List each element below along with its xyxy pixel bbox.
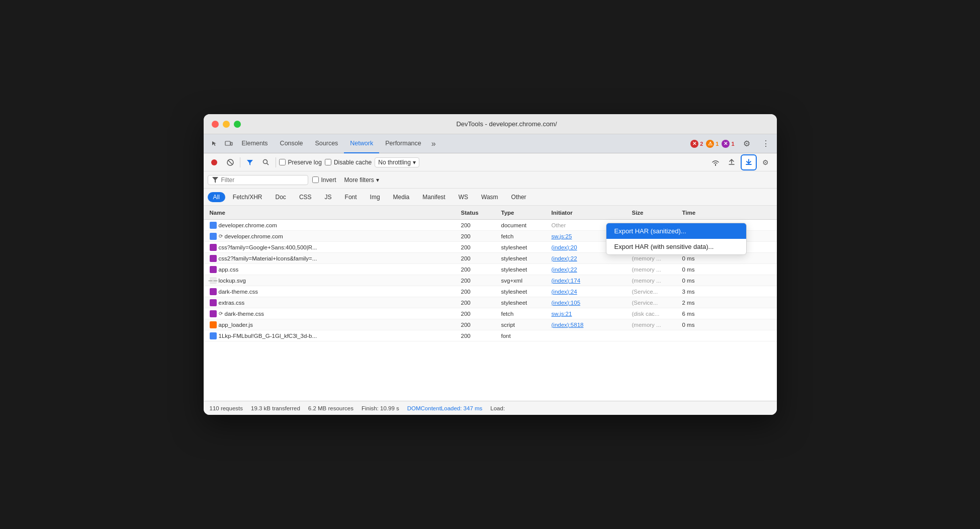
network-toolbar: Preserve log Disable cache No throttling… <box>204 153 777 171</box>
settings-button[interactable]: ⚙ <box>740 137 754 151</box>
row-status: 200 <box>459 222 499 228</box>
maximize-button[interactable] <box>234 121 241 128</box>
css-icon <box>210 288 217 295</box>
close-button[interactable] <box>212 121 219 128</box>
row-time: 6 ms <box>680 311 721 317</box>
col-initiator[interactable]: Initiator <box>550 210 630 216</box>
export-har-button[interactable] <box>741 154 757 170</box>
tab-performance[interactable]: Performance <box>379 134 427 153</box>
disable-cache-input[interactable] <box>325 159 331 165</box>
row-name: developer.chrome.com <box>208 222 459 229</box>
network-settings-button[interactable]: ⚙ <box>759 155 773 169</box>
more-filters-button[interactable]: More filters ▾ <box>340 175 383 185</box>
svg-icon: — — <box>210 277 217 284</box>
row-name: ⟳ dark-theme.css <box>208 310 459 317</box>
tab-sources[interactable]: Sources <box>309 134 344 153</box>
clear-button[interactable] <box>224 156 237 169</box>
row-name: extras.css <box>208 299 459 306</box>
col-status[interactable]: Status <box>459 210 499 216</box>
row-status: 200 <box>459 311 499 317</box>
svg-marker-8 <box>212 177 218 183</box>
row-initiator[interactable]: sw.js:21 <box>550 311 630 317</box>
invert-checkbox[interactable]: Invert <box>312 177 336 184</box>
issue-icon: ✕ <box>722 140 730 148</box>
row-name: 1Lkp-FMLbul!GB_G-1Gl_kfC3l_3d-b... <box>208 332 459 339</box>
row-type: stylesheet <box>499 300 550 306</box>
throttle-select[interactable]: No throttling ▾ <box>375 157 419 167</box>
preserve-log-input[interactable] <box>279 159 286 165</box>
row-type: stylesheet <box>499 255 550 261</box>
minimize-button[interactable] <box>223 121 230 128</box>
export-dropdown: Export HAR (sanitized)... Export HAR (wi… <box>606 223 747 255</box>
row-initiator[interactable]: (index):5818 <box>550 322 630 328</box>
type-filter-manifest[interactable]: Manifest <box>417 192 451 202</box>
search-button[interactable] <box>259 156 273 169</box>
svg-marker-5 <box>247 160 253 165</box>
export-har-sanitized-item[interactable]: Export HAR (sanitized)... <box>606 223 746 239</box>
sync-icon: ⟳ <box>219 233 223 239</box>
cursor-icon[interactable] <box>208 137 222 151</box>
tab-elements[interactable]: Elements <box>236 134 274 153</box>
row-status: 200 <box>459 255 499 261</box>
type-filter-font[interactable]: Font <box>339 192 363 202</box>
row-type: font <box>499 333 550 339</box>
type-filter-wasm[interactable]: Wasm <box>476 192 504 202</box>
tab-console[interactable]: Console <box>274 134 309 153</box>
row-time: 0 ms <box>680 278 721 284</box>
row-initiator[interactable]: (index):24 <box>550 289 630 295</box>
load-label: Load: <box>490 405 505 411</box>
row-initiator[interactable]: (index):22 <box>550 267 630 273</box>
row-status: 200 <box>459 322 499 328</box>
type-filter-media[interactable]: Media <box>388 192 415 202</box>
row-size: (Service... <box>630 289 680 295</box>
table-row[interactable]: 1Lkp-FMLbul!GB_G-1Gl_kfC3l_3d-b... 200 f… <box>204 330 777 341</box>
type-filter-ws[interactable]: WS <box>453 192 474 202</box>
row-type: stylesheet <box>499 289 550 295</box>
filter-input[interactable] <box>221 177 302 184</box>
wifi-icon[interactable] <box>708 155 723 169</box>
filter-toggle-button[interactable] <box>243 156 256 169</box>
dom-content-loaded[interactable]: DOMContentLoaded: 347 ms <box>407 405 483 411</box>
row-initiator[interactable]: (index):22 <box>550 255 630 261</box>
table-row[interactable]: extras.css 200 stylesheet (index):105 (S… <box>204 297 777 308</box>
type-filter-doc[interactable]: Doc <box>270 192 292 202</box>
type-filter-other[interactable]: Other <box>506 192 532 202</box>
record-stop-button[interactable] <box>208 156 221 169</box>
row-size: (Service... <box>630 300 680 306</box>
more-filters-arrow-icon: ▾ <box>376 177 379 184</box>
table-row[interactable]: ⟳ dark-theme.css 200 fetch sw.js:21 (dis… <box>204 308 777 319</box>
disable-cache-checkbox[interactable]: Disable cache <box>325 159 372 166</box>
row-initiator[interactable]: (index):105 <box>550 300 630 306</box>
table-row[interactable]: app_loader.js 200 script (index):5818 (m… <box>204 319 777 330</box>
row-size: (disk cac... <box>630 311 680 317</box>
issue-badge: ✕ 1 <box>722 140 734 148</box>
col-size[interactable]: Size <box>630 210 680 216</box>
device-icon[interactable] <box>222 137 236 151</box>
preserve-log-checkbox[interactable]: Preserve log <box>279 159 322 166</box>
table-row[interactable]: dark-theme.css 200 stylesheet (index):24… <box>204 286 777 297</box>
col-time[interactable]: Time <box>680 210 721 216</box>
row-status: 200 <box>459 333 499 339</box>
type-filter-js[interactable]: JS <box>319 192 337 202</box>
type-filter-bar: All Fetch/XHR Doc CSS JS Font Img Media … <box>204 189 777 206</box>
export-har-sensitive-item[interactable]: Export HAR (with sensitive data)... <box>606 239 746 254</box>
type-filter-css[interactable]: CSS <box>294 192 317 202</box>
more-tabs-button[interactable]: » <box>427 134 440 153</box>
type-filter-img[interactable]: Img <box>365 192 386 202</box>
row-size: (memory ... <box>630 255 680 261</box>
type-filter-fetch-xhr[interactable]: Fetch/XHR <box>227 192 268 202</box>
col-name[interactable]: Name <box>208 210 459 216</box>
more-options-button[interactable]: ⋮ <box>759 137 773 151</box>
row-type: stylesheet <box>499 267 550 273</box>
row-name: app.css <box>208 266 459 273</box>
row-initiator[interactable]: (index):174 <box>550 278 630 284</box>
tab-network[interactable]: Network <box>344 134 379 153</box>
col-type[interactable]: Type <box>499 210 550 216</box>
table-row[interactable]: app.css 200 stylesheet (index):22 (memor… <box>204 264 777 275</box>
invert-input[interactable] <box>312 177 319 183</box>
svg-point-6 <box>263 159 267 163</box>
import-button[interactable] <box>725 155 739 169</box>
throttle-arrow-icon: ▾ <box>413 159 416 166</box>
table-row[interactable]: — — lockup.svg 200 svg+xml (index):174 (… <box>204 275 777 286</box>
type-filter-all[interactable]: All <box>208 192 225 202</box>
